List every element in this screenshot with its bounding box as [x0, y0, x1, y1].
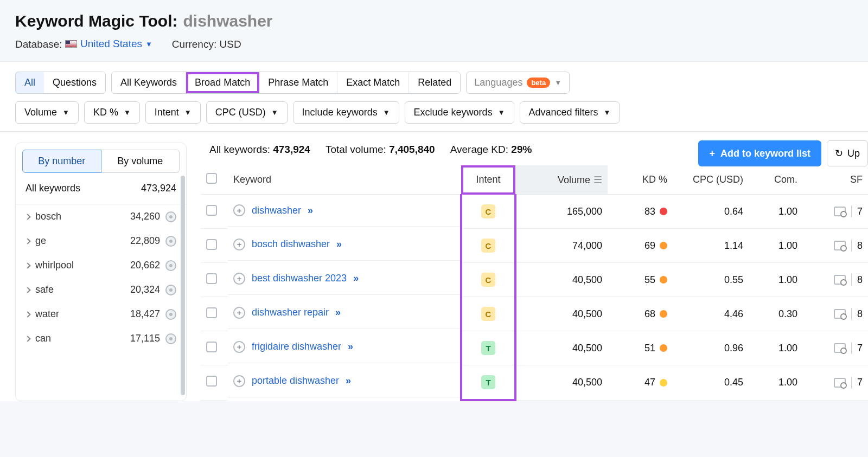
sidebar-item[interactable]: bosch 34,260 [16, 204, 186, 229]
tab-broad-match[interactable]: Broad Match [186, 72, 259, 93]
cpc-cell: 4.46 [673, 297, 749, 331]
filter-include[interactable]: Include keywords▼ [293, 101, 399, 124]
add-to-keyword-list-button[interactable]: + Add to keyword list [698, 140, 821, 166]
sidebar-scrollbar[interactable] [181, 176, 185, 395]
expand-icon[interactable]: » [346, 375, 349, 387]
query-type-segment: All Questions [15, 72, 106, 94]
eye-icon[interactable] [165, 211, 176, 222]
keyword-link[interactable]: best dishwasher 2023 [252, 273, 347, 284]
eye-icon[interactable] [165, 260, 176, 271]
filter-kd[interactable]: KD %▼ [84, 101, 140, 124]
sidebar-item[interactable]: safe 20,324 [16, 278, 186, 302]
intent-badge: C [481, 307, 495, 321]
add-keyword-icon[interactable]: + [233, 204, 245, 216]
add-keyword-icon[interactable]: + [233, 239, 245, 250]
expand-icon[interactable]: » [353, 273, 356, 284]
sidebar-item[interactable]: ge 22,809 [16, 229, 186, 253]
col-intent[interactable]: Intent [461, 165, 515, 195]
serp-snapshot-icon[interactable] [834, 241, 846, 250]
languages-dropdown[interactable]: Languages beta ▼ [466, 72, 570, 94]
tab-questions[interactable]: Questions [44, 72, 105, 93]
filter-volume[interactable]: Volume▼ [15, 101, 79, 124]
tab-phrase-match[interactable]: Phrase Match [259, 72, 337, 93]
col-sf[interactable]: SF [803, 165, 868, 195]
col-volume[interactable]: Volume☰ [515, 165, 608, 195]
sidebar-all-label: All keywords [25, 183, 80, 194]
sidebar-all-keywords[interactable]: All keywords 473,924 [16, 179, 186, 204]
sf-count: 8 [857, 240, 863, 252]
keyword-link[interactable]: frigidaire dishwasher [252, 341, 341, 352]
keyword-link[interactable]: dishwasher repair [252, 307, 329, 318]
serp-snapshot-icon[interactable] [834, 309, 846, 319]
database-selector[interactable]: United States ▼ [65, 38, 152, 50]
sidebar-item-label: safe [35, 284, 54, 295]
filter-advanced[interactable]: Advanced filters▼ [520, 101, 620, 124]
sidebar-item[interactable]: water 18,427 [16, 302, 186, 326]
currency-label: Currency: [172, 38, 216, 50]
sidebar-item[interactable]: can 17,115 [16, 326, 186, 351]
chevron-right-icon [24, 311, 30, 317]
tab-related[interactable]: Related [409, 72, 460, 93]
eye-icon[interactable] [165, 333, 176, 344]
row-checkbox[interactable] [206, 239, 217, 250]
volume-cell: 40,500 [515, 365, 608, 401]
sidebar-item-label: whirlpool [35, 260, 74, 271]
filter-advanced-label: Advanced filters [529, 107, 598, 118]
kd-difficulty-dot [660, 208, 667, 215]
row-checkbox[interactable] [206, 342, 217, 352]
add-keyword-icon[interactable]: + [233, 341, 245, 353]
filter-intent[interactable]: Intent▼ [145, 101, 201, 124]
filter-cpc[interactable]: CPC (USD)▼ [206, 101, 288, 124]
serp-snapshot-icon[interactable] [834, 343, 846, 353]
match-type-segment: All Keywords Broad Match Phrase Match Ex… [111, 72, 461, 94]
col-keyword[interactable]: Keyword [228, 165, 461, 195]
serp-snapshot-icon[interactable] [834, 207, 846, 216]
serp-snapshot-icon[interactable] [834, 378, 846, 388]
beta-badge: beta [527, 78, 550, 88]
sidebar-tab-by-number[interactable]: By number [22, 150, 101, 173]
keyword-link[interactable]: portable dishwasher [252, 375, 339, 387]
filter-exclude[interactable]: Exclude keywords▼ [405, 101, 514, 124]
stat-total-vol-label: Total volume: [326, 144, 386, 155]
add-keyword-icon[interactable]: + [233, 273, 245, 285]
eye-icon[interactable] [165, 285, 176, 295]
chevron-down-icon: ▼ [124, 108, 131, 117]
col-kd[interactable]: KD % [608, 165, 673, 195]
com-cell: 1.00 [749, 263, 803, 297]
page-title-query: dishwasher [183, 12, 272, 30]
sf-count: 8 [857, 308, 863, 320]
kd-difficulty-dot [660, 310, 667, 318]
col-com[interactable]: Com. [749, 165, 803, 195]
expand-icon[interactable]: » [308, 205, 311, 216]
tab-all-keywords[interactable]: All Keywords [112, 72, 186, 93]
row-checkbox[interactable] [206, 205, 217, 216]
expand-icon[interactable]: » [335, 307, 339, 318]
sidebar-tab-by-volume[interactable]: By volume [101, 150, 180, 173]
row-checkbox[interactable] [206, 273, 217, 284]
row-checkbox[interactable] [206, 376, 217, 387]
eye-icon[interactable] [165, 236, 176, 247]
col-cpc[interactable]: CPC (USD) [673, 165, 749, 195]
keyword-link[interactable]: bosch dishwasher [252, 239, 330, 250]
chevron-down-icon: ▼ [145, 40, 152, 48]
chevron-down-icon: ▼ [383, 108, 390, 117]
select-all-checkbox[interactable] [206, 173, 217, 184]
add-keyword-icon[interactable]: + [233, 375, 245, 387]
filter-volume-label: Volume [24, 107, 57, 118]
expand-icon[interactable]: » [336, 239, 340, 250]
divider [851, 377, 852, 389]
serp-snapshot-icon[interactable] [834, 275, 846, 285]
cpc-cell: 0.45 [673, 365, 749, 401]
sidebar-item[interactable]: whirlpool 20,662 [16, 253, 186, 278]
tab-exact-match[interactable]: Exact Match [337, 72, 409, 93]
keyword-link[interactable]: dishwasher [252, 205, 301, 216]
filter-exclude-label: Exclude keywords [414, 107, 493, 118]
filter-intent-label: Intent [155, 107, 179, 118]
add-keyword-icon[interactable]: + [233, 307, 245, 319]
refresh-button[interactable]: ↻ Up [827, 140, 868, 166]
expand-icon[interactable]: » [348, 341, 351, 352]
eye-icon[interactable] [165, 309, 176, 320]
row-checkbox[interactable] [206, 307, 217, 318]
tab-all[interactable]: All [15, 72, 44, 94]
database-label: Database: [15, 38, 62, 50]
